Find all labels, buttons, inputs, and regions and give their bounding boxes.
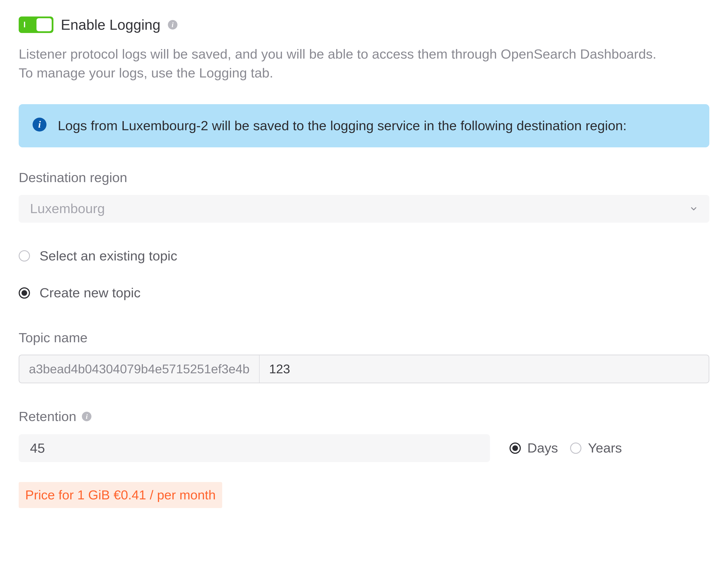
topic-name-label: Topic name [19,328,709,347]
radio-unchecked-icon [570,442,581,454]
chevron-down-icon [689,205,698,213]
radio-checked-icon [510,442,521,454]
retention-input[interactable] [19,434,490,462]
topic-mode-existing-label: Select an existing topic [40,247,177,266]
logging-description: Listener protocol logs will be saved, an… [19,45,670,83]
destination-region-label: Destination region [19,168,709,187]
retention-unit-years-label: Years [588,439,622,457]
destination-region-select[interactable]: Luxembourg [19,195,709,223]
info-icon: i [33,118,46,132]
topic-mode-create-label: Create new topic [40,283,141,302]
info-icon[interactable]: i [82,412,91,421]
destination-region-value: Luxembourg [30,199,105,218]
retention-field: Retention i Days Years [19,407,709,462]
retention-row: Days Years [19,434,709,462]
retention-unit-group: Days Years [510,439,622,457]
info-icon[interactable]: i [168,20,177,30]
topic-name-field: Topic name a3bead4b04304079b4e5715251ef3… [19,328,709,383]
topic-mode-create-option[interactable]: Create new topic [19,283,709,302]
topic-name-input[interactable] [260,355,709,383]
toggle-on-indicator: I [23,19,26,30]
logging-settings-panel: I Enable Logging i Listener protocol log… [0,0,728,566]
topic-mode-group: Select an existing topic Create new topi… [19,247,709,302]
enable-logging-row: I Enable Logging i [19,15,709,35]
topic-mode-existing-option[interactable]: Select an existing topic [19,247,709,266]
enable-logging-toggle[interactable]: I [19,17,53,33]
destination-region-field: Destination region Luxembourg [19,168,709,223]
retention-unit-days-label: Days [527,439,558,457]
retention-unit-years-option[interactable]: Years [570,439,622,457]
radio-checked-icon [19,287,30,298]
toggle-knob [36,18,52,31]
region-info-banner: i Logs from Luxembourg-2 will be saved t… [19,104,709,147]
enable-logging-label: Enable Logging [61,15,160,35]
retention-label: Retention [19,407,76,426]
topic-name-prefix: a3bead4b04304079b4e5715251ef3e4b [19,355,260,383]
price-tag: Price for 1 GiB €0.41 / per month [19,482,222,508]
banner-text: Logs from Luxembourg-2 will be saved to … [58,116,627,135]
radio-unchecked-icon [19,250,30,262]
retention-unit-days-option[interactable]: Days [510,439,558,457]
topic-name-input-wrap: a3bead4b04304079b4e5715251ef3e4b [19,354,709,383]
